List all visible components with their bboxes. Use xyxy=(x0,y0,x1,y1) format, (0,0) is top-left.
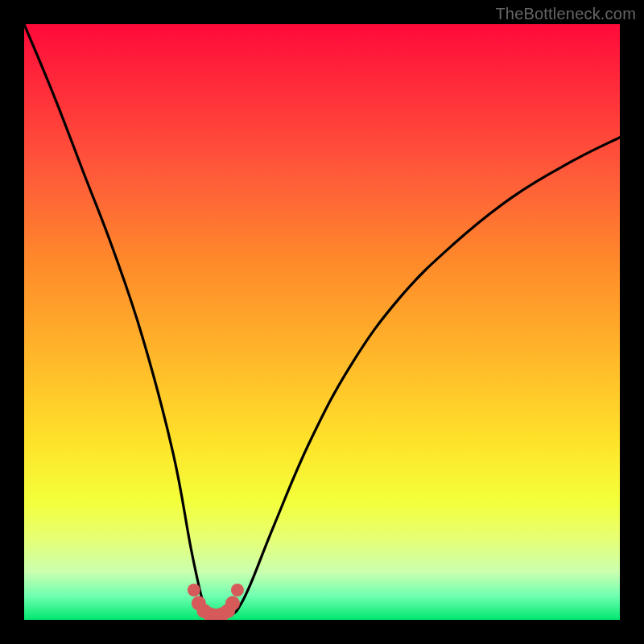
trough-marker-dots xyxy=(188,584,244,620)
trough-dot xyxy=(188,584,200,597)
curve-path-group xyxy=(24,24,620,617)
bottleneck-chart xyxy=(24,24,620,620)
trough-dot xyxy=(225,596,240,610)
trough-dot xyxy=(231,584,244,597)
watermark-text: TheBottleneck.com xyxy=(495,5,636,23)
bottleneck-curve-path xyxy=(24,24,620,617)
